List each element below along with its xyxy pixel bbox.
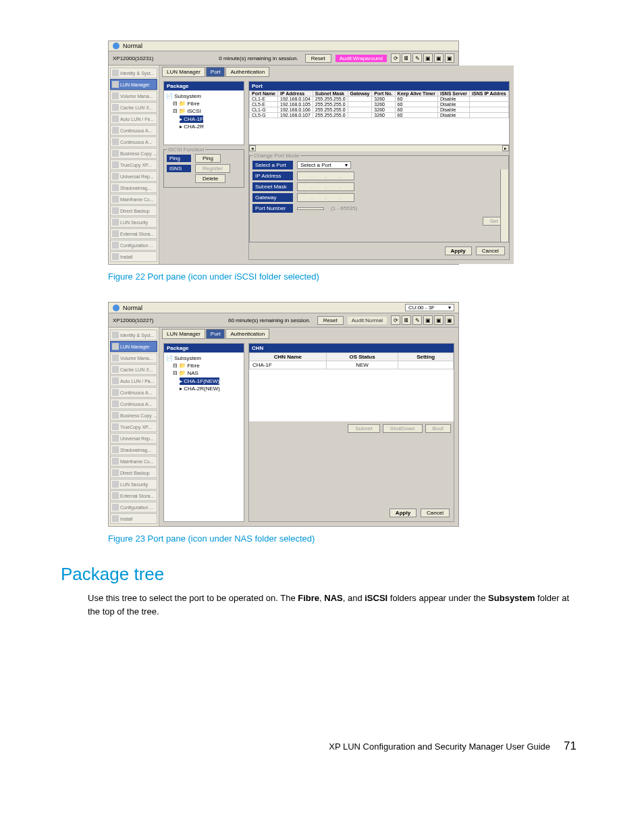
cancel-button[interactable]: Cancel (421, 509, 450, 517)
sidebar-item[interactable]: Auto LUN / Pa... (110, 375, 157, 386)
tab-authentication[interactable]: Authentication (225, 67, 269, 77)
table-row[interactable]: CL5-E192.168.0.105255.255.255.0326060Dis… (250, 102, 509, 107)
sidebar-item[interactable]: Install (110, 251, 157, 262)
sidebar-item[interactable]: Volume Mana... (110, 90, 157, 101)
sidebar-item[interactable]: TrueCopy XP... (110, 421, 157, 432)
sidebar-item[interactable]: Business Copy ... (110, 148, 157, 159)
col-isns[interactable]: iSNS Server (438, 91, 470, 97)
sidebar-item[interactable]: Continuous A... (110, 125, 157, 136)
sidebar-item[interactable]: Universal Rep... (110, 171, 157, 182)
tab-lun-manager[interactable]: LUN Manager (162, 329, 205, 339)
sidebar-item[interactable]: Configuration ... (110, 502, 157, 513)
col-portname[interactable]: Port Name (250, 91, 278, 97)
tree-iscsi[interactable]: ⊟ 📁 iSCSI (166, 107, 242, 115)
col-osstatus[interactable]: OS Status (326, 353, 398, 361)
reset-button[interactable]: Reset (305, 54, 331, 63)
sidebar-item[interactable]: Mainframe Co... (110, 456, 157, 467)
shutdown-button[interactable]: ShutDown (383, 424, 423, 433)
sidebar-item[interactable]: TrueCopy XP... (110, 159, 157, 170)
sidebar-item[interactable]: Shadowimag... (110, 182, 157, 193)
subnet-button[interactable]: Subnet (348, 424, 379, 433)
reset-button[interactable]: Reset (317, 316, 344, 325)
sidebar-item[interactable]: External Stora... (110, 490, 157, 501)
tool-icon-5[interactable]: ▣ (434, 53, 444, 63)
cancel-button[interactable]: Cancel (476, 246, 505, 255)
package-tree[interactable]: 📄 Subsystem ⊟ 📁 Fibre ⊟ 📁 iSCSI ▸ CHA-1F… (164, 90, 244, 145)
tab-port[interactable]: Port (206, 329, 225, 339)
tree-fibre[interactable]: ⊟ 📁 Fibre (166, 100, 242, 107)
col-keepalive[interactable]: Keep Alive Timer (395, 91, 437, 97)
h-scrollbar[interactable]: ◂▸ (249, 145, 509, 151)
sidebar-item-lun-manager[interactable]: LUN Manager (110, 79, 157, 90)
sidebar-item[interactable]: Configuration ... (110, 240, 157, 251)
sidebar-item[interactable]: Continuous A... (110, 387, 157, 398)
tool-icon-3[interactable]: ✎ (412, 53, 422, 63)
col-subnet[interactable]: Subnet Mask (313, 91, 348, 97)
cu-dropdown[interactable]: CU:00 - 3F▾ (405, 304, 454, 311)
ping-button[interactable]: Ping (195, 154, 221, 163)
col-portno[interactable]: Port No. (372, 91, 395, 97)
tab-authentication[interactable]: Authentication (225, 329, 269, 339)
subnet-input[interactable]: ... (297, 182, 354, 191)
col-chnname[interactable]: CHN Name (250, 353, 327, 361)
sidebar-item[interactable]: Business Copy ... (110, 410, 157, 421)
sidebar-item[interactable]: Mainframe Co... (110, 194, 157, 205)
sidebar-item[interactable]: Identity & Syst... (110, 330, 157, 340)
port-table[interactable]: Port Name IP Address Subnet Mask Gateway… (249, 90, 509, 118)
tree-cha2r[interactable]: ▸ CHA-2R (166, 123, 242, 130)
apply-button[interactable]: Apply (445, 246, 472, 255)
tree-cha1f[interactable]: ▸ CHA-1F (180, 115, 203, 123)
sidebar-item[interactable]: Continuous A... (110, 398, 157, 409)
table-row[interactable]: CL5-G192.168.0.107255.255.255.0326060Dis… (250, 113, 509, 118)
table-row[interactable]: CL1-G192.168.0.106255.255.255.0326060Dis… (250, 107, 509, 113)
sidebar-item[interactable]: Cache LUN X... (110, 102, 157, 113)
tool-icon-2[interactable]: 🗏 (402, 315, 411, 325)
boot-button[interactable]: Boot (425, 424, 451, 433)
tree-subsystem[interactable]: 📄 Subsystem (166, 355, 242, 362)
tree-subsystem[interactable]: 📄 Subsystem (166, 93, 242, 100)
tool-icon-6[interactable]: ▣ (445, 53, 454, 63)
sidebar-item[interactable]: Volume Mana... (110, 353, 157, 363)
col-isnsip[interactable]: iSNS IP Addres (470, 91, 509, 97)
sidebar-item[interactable]: Cache LUN X... (110, 364, 157, 375)
package-tree[interactable]: 📄 Subsystem ⊟ 📁 Fibre ⊟ 📁 NAS ▸ CHA-1F(N… (164, 353, 244, 521)
sidebar-item[interactable]: Auto LUN / Fe... (110, 113, 157, 124)
select-port-dropdown[interactable]: Select a Port▾ (297, 161, 351, 169)
tool-icon-5[interactable]: ▣ (434, 315, 444, 325)
col-setting[interactable]: Setting (398, 353, 454, 361)
sidebar-item[interactable]: Direct Backup (110, 205, 157, 216)
v-scrollbar[interactable] (500, 170, 508, 242)
sidebar-item[interactable]: Shadowimag... (110, 444, 157, 455)
tree-cha2r[interactable]: ▸ CHA-2R(NEW) (166, 385, 242, 392)
delete-button[interactable]: Delete (195, 174, 225, 183)
register-button[interactable]: Register (195, 164, 230, 173)
gateway-input[interactable]: ... (297, 193, 354, 202)
sidebar-item-lun-manager[interactable]: LUN Manager (110, 341, 157, 352)
tree-cha1f[interactable]: ▸ CHA-1F(NEW) (180, 377, 219, 385)
sidebar-item[interactable]: LUN Security (110, 217, 157, 228)
sidebar-item[interactable]: Continuous A... (110, 136, 157, 147)
sidebar-item[interactable]: External Stora... (110, 228, 157, 239)
sidebar-item[interactable]: Install (110, 513, 157, 524)
tool-icon-2[interactable]: 🗏 (402, 53, 411, 63)
tree-nas[interactable]: ⊟ 📁 NAS (166, 369, 242, 377)
tool-icon-6[interactable]: ▣ (445, 315, 454, 325)
sidebar-item[interactable]: Universal Rep... (110, 433, 157, 444)
table-row[interactable]: CL1-E192.168.0.104255.255.255.0326060Dis… (250, 97, 509, 102)
ip-input[interactable]: ... (297, 172, 354, 180)
tab-lun-manager[interactable]: LUN Manager (162, 67, 205, 77)
tab-port[interactable]: Port (206, 67, 225, 77)
col-ip[interactable]: IP Address (278, 91, 313, 97)
tool-icon-1[interactable]: ⟳ (391, 315, 400, 325)
tool-icon-4[interactable]: ▣ (423, 53, 433, 63)
tool-icon-1[interactable]: ⟳ (391, 53, 400, 63)
col-gateway[interactable]: Gateway (348, 91, 372, 97)
tool-icon-4[interactable]: ▣ (423, 315, 433, 325)
sidebar-item[interactable]: Direct Backup (110, 467, 157, 478)
tool-icon-3[interactable]: ✎ (412, 315, 422, 325)
tree-fibre[interactable]: ⊟ 📁 Fibre (166, 362, 242, 369)
chn-table[interactable]: CHN Name OS Status Setting CHA-1F NEW (249, 353, 454, 369)
portnum-input[interactable] (297, 207, 324, 210)
apply-button[interactable]: Apply (390, 509, 417, 517)
sidebar-item[interactable]: Identity & Syst... (110, 68, 157, 78)
